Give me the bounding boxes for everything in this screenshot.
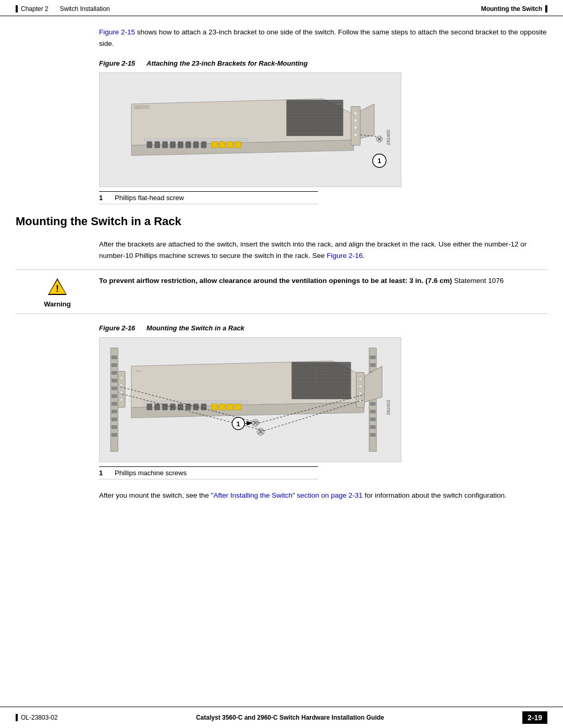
svg-rect-47 xyxy=(144,139,248,141)
outro-text-1: After you mount the switch, see the xyxy=(99,491,211,499)
svg-rect-37 xyxy=(163,142,168,148)
svg-rect-74 xyxy=(112,418,117,421)
svg-rect-86 xyxy=(370,418,375,421)
svg-text:1: 1 xyxy=(237,420,240,428)
legend16-row-1: 1 Phillips machine screws xyxy=(99,467,318,479)
svg-point-49 xyxy=(353,112,358,116)
svg-rect-46 xyxy=(235,142,241,148)
caption-spacer xyxy=(137,59,144,67)
intro-paragraph: Figure 2-15 shows how to attach a 23-inc… xyxy=(99,27,547,49)
warning-triangle-icon: ! xyxy=(47,276,68,297)
figure15-image: 1 282400 cisco xyxy=(99,72,401,187)
svg-point-50 xyxy=(353,118,358,122)
svg-rect-134 xyxy=(219,404,226,410)
legend-row-1: 1 Phillips flat-head screw xyxy=(99,192,318,204)
svg-rect-87 xyxy=(370,426,375,429)
warning-content: To prevent airflow restriction, allow cl… xyxy=(99,275,547,287)
svg-rect-126 xyxy=(155,404,160,410)
figure16-container: Figure 2-16 Mounting the Switch in a Rac… xyxy=(99,324,547,479)
svg-point-141 xyxy=(359,392,362,396)
legend16-text-1: Phillips machine screws xyxy=(115,469,318,477)
svg-rect-41 xyxy=(193,142,199,148)
svg-text:cisco: cisco xyxy=(136,371,142,373)
svg-point-91 xyxy=(120,384,124,387)
figure15-container: Figure 2-15 Attaching the 23-inch Bracke… xyxy=(99,59,547,204)
svg-rect-136 xyxy=(235,404,241,410)
svg-line-155 xyxy=(245,423,251,424)
svg-rect-43 xyxy=(212,142,218,148)
figure15-title: Attaching the 23-inch Brackets for Rack-… xyxy=(146,59,308,67)
figure16-title: Mounting the Switch in a Rack xyxy=(146,324,244,332)
footer-page-num: 2-19 xyxy=(522,711,547,724)
svg-point-90 xyxy=(120,376,124,380)
figure16-image: 1 282402 cisco xyxy=(99,337,401,462)
warning-box: ! Warning To prevent airflow restriction… xyxy=(16,269,547,314)
main-content: Figure 2-15 shows how to attach a 23-inc… xyxy=(0,16,563,520)
figure15-legend: 1 Phillips flat-head screw xyxy=(99,191,318,204)
svg-rect-127 xyxy=(162,404,167,410)
chapter-label: Chapter 2 xyxy=(21,5,48,13)
figure16-caption: Figure 2-16 Mounting the Switch in a Rac… xyxy=(99,324,547,332)
svg-rect-45 xyxy=(227,142,233,148)
warning-bold-text: To prevent airflow restriction, allow cl… xyxy=(99,277,452,285)
chapter-title: Switch Installation xyxy=(60,5,110,13)
svg-rect-67 xyxy=(112,364,117,367)
body-text-2: . xyxy=(363,252,365,260)
svg-rect-35 xyxy=(147,142,152,148)
outro-paragraph: After you mount the switch, see the "Aft… xyxy=(99,490,547,501)
page-header: Chapter 2 Switch Installation Mounting t… xyxy=(0,0,563,16)
footer-bar xyxy=(16,714,18,721)
svg-text:!: ! xyxy=(56,283,59,294)
warning-statement: Statement 1076 xyxy=(452,277,504,285)
svg-rect-79 xyxy=(370,364,375,367)
svg-rect-129 xyxy=(178,404,183,410)
footer-center: Catalyst 3560-C and 2960-C Switch Hardwa… xyxy=(196,714,384,721)
svg-rect-76 xyxy=(112,434,117,437)
svg-rect-66 xyxy=(112,356,117,359)
figure16-num: Figure 2-16 xyxy=(99,324,135,332)
svg-text:282402: 282402 xyxy=(386,400,391,415)
svg-rect-71 xyxy=(112,394,117,398)
svg-text:cisco: cisco xyxy=(136,107,142,110)
figure15-caption: Figure 2-15 Attaching the 23-inch Bracke… xyxy=(99,59,547,67)
svg-rect-39 xyxy=(178,142,183,148)
figure16-link[interactable]: Figure 2-16 xyxy=(327,252,363,260)
svg-rect-78 xyxy=(370,356,375,359)
svg-rect-84 xyxy=(370,402,375,405)
figure15-num: Figure 2-15 xyxy=(99,59,135,67)
after-installing-link[interactable]: "After Installing the Switch" section on… xyxy=(211,491,363,499)
svg-rect-70 xyxy=(112,387,117,390)
svg-rect-69 xyxy=(112,379,117,382)
outro-text-2: for information about the switch configu… xyxy=(363,491,507,499)
svg-rect-73 xyxy=(112,410,117,413)
svg-point-93 xyxy=(120,398,124,402)
svg-rect-135 xyxy=(227,404,233,410)
legend-num-1: 1 xyxy=(99,194,115,202)
page-footer: OL-23803-02 Catalyst 3560-C and 2960-C S… xyxy=(0,707,563,728)
footer-left: OL-23803-02 xyxy=(16,714,58,721)
svg-rect-44 xyxy=(219,142,226,148)
footer-guide-title: Catalyst 3560-C and 2960-C Switch Hardwa… xyxy=(196,714,384,721)
warning-label: Warning xyxy=(44,300,71,308)
svg-rect-75 xyxy=(112,426,117,429)
svg-rect-85 xyxy=(370,410,375,413)
intro-text-body: shows how to attach a 23-inch bracket to… xyxy=(99,28,547,47)
svg-rect-40 xyxy=(186,142,191,148)
svg-rect-38 xyxy=(170,142,175,148)
svg-point-140 xyxy=(359,385,362,388)
figure15-link[interactable]: Figure 2-15 xyxy=(99,28,135,36)
svg-rect-97 xyxy=(291,362,351,399)
svg-rect-68 xyxy=(112,372,117,375)
body-text-rack: After the brackets are attached to the s… xyxy=(99,239,547,261)
svg-rect-72 xyxy=(112,402,117,405)
footer-doc-num: OL-23803-02 xyxy=(21,714,58,721)
svg-rect-36 xyxy=(155,142,160,148)
svg-rect-88 xyxy=(370,434,375,437)
svg-rect-133 xyxy=(212,404,218,410)
header-bar-left xyxy=(16,5,18,13)
svg-point-139 xyxy=(359,377,362,381)
warning-icon-area: ! Warning xyxy=(16,275,99,308)
chapter-separator xyxy=(52,5,57,13)
header-bar-right xyxy=(545,5,547,13)
svg-text:282400: 282400 xyxy=(386,130,391,145)
